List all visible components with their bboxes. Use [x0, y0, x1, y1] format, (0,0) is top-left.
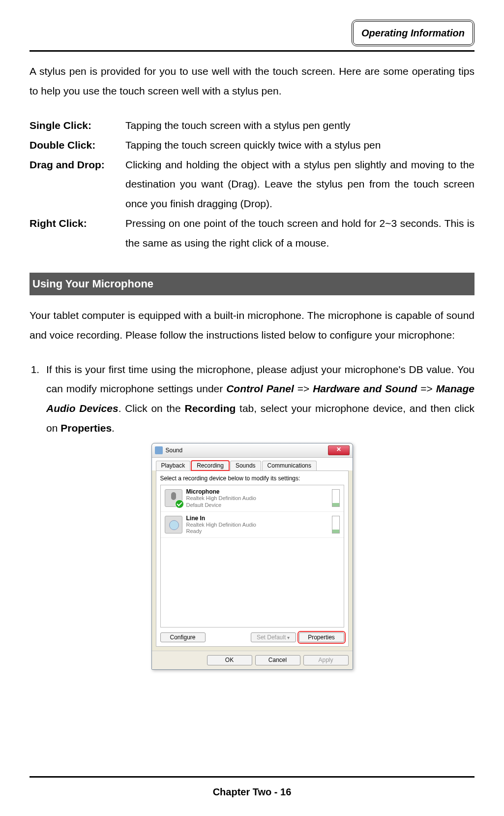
dialog-title: Sound: [166, 447, 183, 454]
section-heading-microphone: Using Your Microphone: [30, 273, 474, 295]
dialog-titlebar: Sound ✕: [152, 443, 353, 458]
level-meter-icon: [332, 489, 340, 507]
device-mic-driver: Realtek High Definition Audio: [186, 495, 328, 502]
device-linein-status: Ready: [186, 528, 328, 534]
line-in-icon: [165, 516, 182, 534]
intro-paragraph: A stylus pen is provided for you to use …: [30, 62, 474, 101]
page-header-badge: Operating Information: [352, 20, 474, 46]
term-double-click: Double Click:: [30, 135, 125, 155]
desc-double-click: Tapping the touch screen quickly twice w…: [125, 135, 474, 155]
stylus-tips-table: Single Click: Tapping the touch screen w…: [30, 116, 474, 253]
device-linein-driver: Realtek High Definition Audio: [186, 522, 328, 528]
step1-text-b: . Click on the: [119, 403, 185, 414]
ok-button[interactable]: OK: [207, 655, 252, 665]
tab-sounds[interactable]: Sounds: [230, 461, 261, 470]
microphone-icon: [165, 489, 182, 507]
close-button[interactable]: ✕: [328, 445, 350, 455]
desc-drag-drop: Clicking and holding the object with a s…: [125, 155, 474, 214]
dialog-instruction: Select a recording device below to modif…: [160, 475, 344, 482]
step1-arrow-2: =>: [417, 383, 436, 394]
apply-button[interactable]: Apply: [303, 655, 349, 665]
microphone-step-1: If this is your first time using the mic…: [42, 360, 474, 439]
desc-right-click: Pressing on one point of the touch scree…: [125, 214, 474, 253]
microphone-steps: If this is your first time using the mic…: [30, 360, 474, 439]
term-drag-drop: Drag and Drop:: [30, 155, 125, 214]
term-right-click: Right Click:: [30, 214, 125, 253]
sound-dialog: Sound ✕ Playback Recording Sounds Commun…: [151, 443, 353, 670]
checkmark-icon: [175, 500, 184, 508]
step1-text-d: .: [112, 422, 115, 434]
dialog-body: Select a recording device below to modif…: [156, 471, 349, 647]
microphone-intro: Your tablet computer is equipped with a …: [30, 306, 474, 345]
step1-properties: Properties: [60, 422, 112, 434]
tab-recording[interactable]: Recording: [191, 461, 229, 470]
term-single-click: Single Click:: [30, 116, 125, 135]
cancel-button[interactable]: Cancel: [255, 655, 300, 665]
desc-single-click: Tapping the touch screen with a stylus p…: [125, 116, 474, 135]
level-meter-icon: [332, 516, 340, 534]
step1-arrow-1: =>: [294, 383, 313, 394]
page-footer: Chapter Two - 16: [30, 783, 474, 801]
properties-button[interactable]: Properties: [299, 632, 344, 642]
device-mic-status: Default Device: [186, 502, 328, 508]
device-line-in[interactable]: Line In Realtek High Definition Audio Re…: [161, 512, 344, 538]
set-default-button[interactable]: Set Default: [251, 632, 296, 642]
device-linein-name: Line In: [186, 515, 328, 522]
step1-control-panel: Control Panel: [226, 383, 294, 394]
step1-hardware-sound: Hardware and Sound: [313, 383, 417, 394]
speaker-icon: [155, 446, 163, 454]
tab-playback[interactable]: Playback: [156, 461, 191, 470]
device-mic-name: Microphone: [186, 488, 328, 495]
tab-communications[interactable]: Communications: [262, 461, 317, 470]
header-rule: [30, 50, 474, 52]
configure-button[interactable]: Configure: [160, 632, 206, 642]
device-microphone[interactable]: Microphone Realtek High Definition Audio…: [161, 485, 344, 512]
step1-recording: Recording: [184, 403, 236, 414]
footer-rule: [30, 776, 474, 778]
device-list: Microphone Realtek High Definition Audio…: [160, 485, 344, 628]
dialog-footer: OK Cancel Apply: [152, 651, 353, 669]
dialog-tabs: Playback Recording Sounds Communications: [152, 458, 353, 470]
